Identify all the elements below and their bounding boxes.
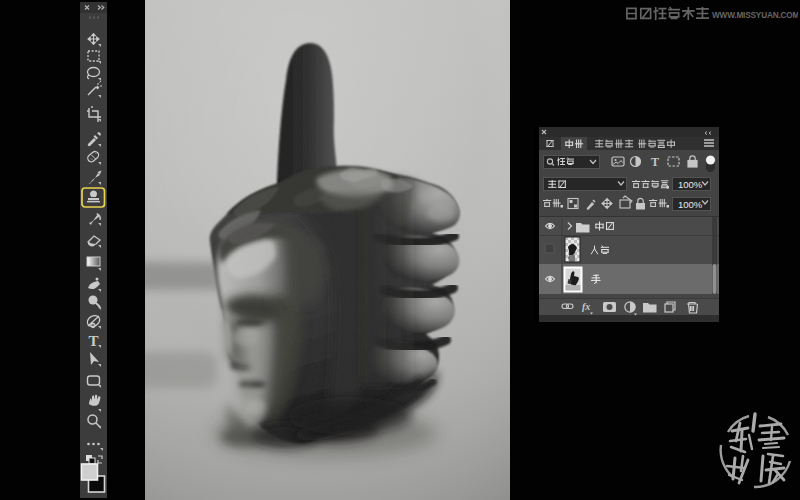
svg-text:100%: 100%	[678, 179, 703, 190]
svg-text:WWW.MISSYUAN.COM: WWW.MISSYUAN.COM	[712, 11, 798, 20]
svg-text:100%: 100%	[678, 199, 703, 210]
svg-text:T: T	[88, 333, 98, 349]
svg-text:fx: fx	[582, 301, 590, 312]
svg-text:T: T	[651, 155, 659, 169]
